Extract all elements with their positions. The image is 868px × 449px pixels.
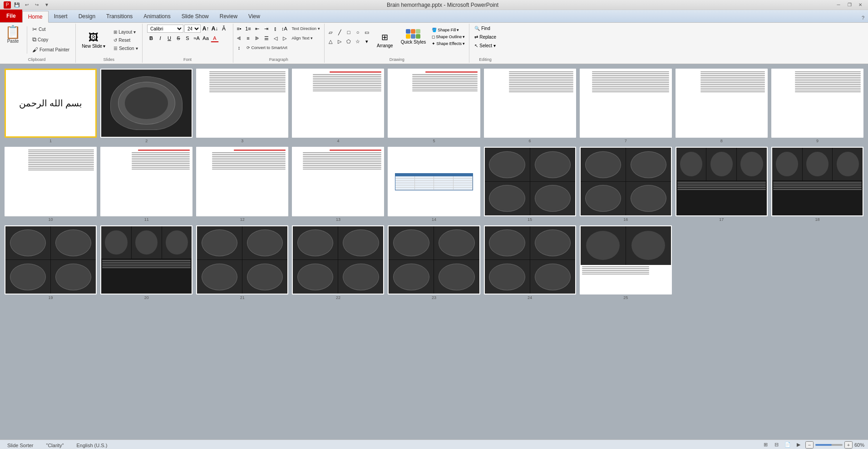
char-spacing-button[interactable]: ≈A [192,34,201,42]
change-case-button[interactable]: Aa [202,34,210,42]
shape-2[interactable]: ╱ [335,28,344,36]
reset-button[interactable]: ↺ Reset [111,36,140,44]
replace-button[interactable]: ⇄ Replace [471,33,499,41]
slide-thumb-18[interactable]: 18 [771,147,863,221]
redo-quickaccess[interactable]: ↪ [33,1,41,9]
shape-outline-button[interactable]: ◻ Shape Outline ▾ [429,34,467,40]
arrange-button[interactable]: ⊞ Arrange [373,30,397,50]
normal-view-button[interactable]: ⊞ [762,441,770,449]
tab-slideshow[interactable]: Slide Show [176,10,214,22]
slide-thumb-9[interactable]: 9 [771,69,863,143]
zoom-out-button[interactable]: − [805,441,814,449]
bullets-button[interactable]: ≡• [235,25,243,33]
shape-7[interactable]: ▷ [335,37,344,45]
text-direction-label[interactable]: Text Direction ▾ [290,25,323,32]
tab-file[interactable]: File [0,10,22,22]
font-color-button[interactable]: A [211,34,219,42]
slide-thumb-8[interactable]: 8 [676,69,768,143]
align-text-button[interactable]: Align Text ▾ [290,35,316,42]
undo-quickaccess[interactable]: ↩ [23,1,31,9]
align-right-button[interactable]: ⫸ [253,34,261,42]
underline-button[interactable]: U [165,34,173,42]
save-quickaccess[interactable]: 💾 [13,1,21,9]
rtl-button[interactable]: ◁ [271,34,280,42]
format-painter-button[interactable]: 🖌 Format Painter [30,45,72,55]
close-button[interactable]: ✕ [856,1,864,9]
shadow-button[interactable]: S [183,34,192,42]
tab-review[interactable]: Review [214,10,243,22]
increase-font-button[interactable]: A↑ [202,25,210,33]
shape-6[interactable]: △ [326,37,335,45]
shape-1[interactable]: ▱ [326,28,335,36]
decrease-font-button[interactable]: A↓ [211,25,219,33]
paste-button[interactable]: 📋 Paste [2,25,24,55]
slide-thumb-14[interactable]: 14 [388,147,480,221]
numbering-button[interactable]: 1≡ [244,25,252,33]
align-center-button[interactable]: ≡ [244,34,252,42]
layout-button[interactable]: ⊞ Layout ▾ [111,28,140,36]
tab-animations[interactable]: Animations [138,10,176,22]
columns-button[interactable]: ⫿ [271,25,280,33]
slide-thumb-12[interactable]: 12 [196,147,288,221]
slideshow-view-button[interactable]: ▶ [794,441,803,449]
slide-panel[interactable]: بسم الله الرحمن 1 2 3 4 5 [0,64,868,439]
shape-more[interactable]: ▾ [363,37,371,45]
tab-transitions[interactable]: Transitions [101,10,138,22]
help-button[interactable]: ? [858,13,868,22]
quick-styles-button[interactable]: Quick Styles [399,28,428,52]
align-left-button[interactable]: ⫷ [235,34,243,42]
slide-thumb-7[interactable]: 7 [580,69,672,143]
slide-sorter-view-button[interactable]: ⊟ [773,441,781,449]
slide-thumb-22[interactable]: 22 [292,225,384,300]
slide-thumb-4[interactable]: 4 [292,69,384,143]
copy-button[interactable]: ⧉ Copy [30,35,72,45]
slide-thumb-6[interactable]: 6 [484,69,576,143]
slide-thumb-3[interactable]: 3 [196,69,288,143]
tab-insert[interactable]: Insert [49,10,73,22]
shape-5[interactable]: ▭ [363,28,371,36]
convert-smartart-button[interactable]: ⟳ Convert to SmartArt [244,44,290,51]
font-size-select[interactable]: 24 [184,25,201,33]
reading-view-button[interactable]: 📄 [784,441,792,449]
cut-button[interactable]: ✂ Cut [30,25,72,34]
zoom-slider[interactable] [815,444,843,446]
section-button[interactable]: ☰ Section ▾ [111,45,140,52]
slide-thumb-1[interactable]: بسم الله الرحمن 1 [5,69,97,143]
slide-thumb-15[interactable]: 15 [484,147,576,221]
slide-thumb-13[interactable]: 13 [292,147,384,221]
slide-thumb-16[interactable]: 16 [580,147,672,221]
clear-format-button[interactable]: Ā [220,25,228,33]
slide-thumb-25[interactable]: 25 [580,225,672,300]
slide-thumb-10[interactable]: 10 [5,147,97,221]
slide-thumb-19[interactable]: 19 [5,225,97,300]
slide-thumb-17[interactable]: 17 [676,147,768,221]
slide-thumb-5[interactable]: 5 [388,69,480,143]
customize-quickaccess[interactable]: ▼ [43,1,51,9]
justify-button[interactable]: ☰ [262,34,271,42]
slide-thumb-11[interactable]: 11 [100,147,192,221]
bold-button[interactable]: B [147,34,155,42]
decrease-indent-button[interactable]: ⇤ [253,25,261,33]
restore-button[interactable]: ❐ [845,1,853,9]
slide-thumb-23[interactable]: 23 [388,225,480,300]
tab-design[interactable]: Design [73,10,101,22]
shape-fill-button[interactable]: 🪣 Shape Fill ▾ [429,27,467,33]
status-tab-clarity[interactable]: "Clarity" [42,441,67,449]
select-button[interactable]: ↖ Select ▾ [471,42,499,50]
zoom-in-button[interactable]: + [844,441,853,449]
shape-4[interactable]: ○ [354,28,362,36]
shape-3[interactable]: □ [345,28,353,36]
slide-thumb-2[interactable]: 2 [100,69,192,143]
status-tab-slidesorter[interactable]: Slide Sorter [4,441,37,449]
slide-thumb-21[interactable]: 21 [196,225,288,300]
increase-indent-button[interactable]: ⇥ [262,25,271,33]
italic-button[interactable]: I [156,34,164,42]
text-direction-button[interactable]: ↕A [281,25,289,33]
tab-home[interactable]: Home [22,11,49,23]
slide-thumb-20[interactable]: 20 [100,225,192,300]
ltr-button[interactable]: ▷ [281,34,289,42]
find-button[interactable]: 🔍 Find [471,25,499,32]
new-slide-button[interactable]: 🖼 New Slide ▾ [78,30,109,50]
status-language[interactable]: English (U.S.) [73,441,111,449]
shape-9[interactable]: ☆ [354,37,362,45]
